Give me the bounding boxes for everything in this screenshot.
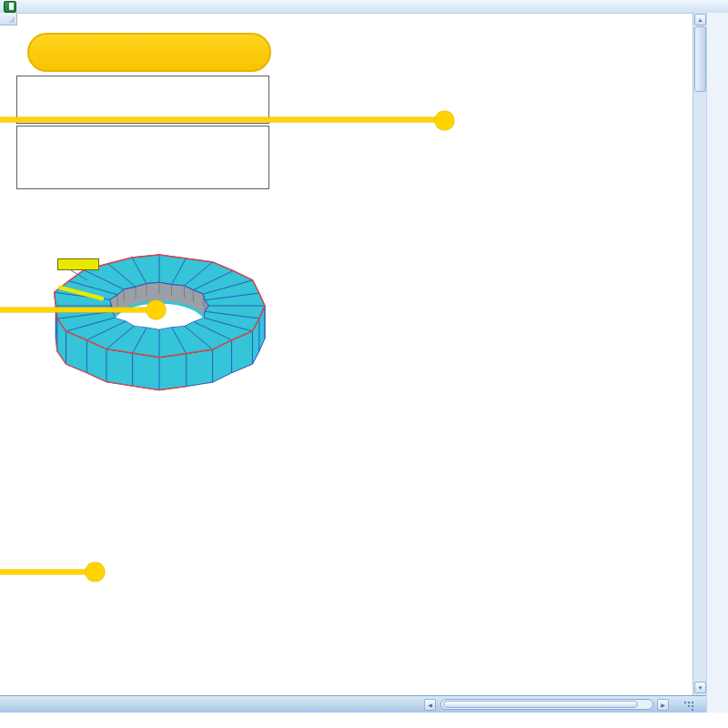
vertical-scroll-thumb[interactable] [694, 26, 706, 92]
scroll-up-button[interactable]: ▲ [694, 14, 706, 25]
resize-grip[interactable] [684, 702, 695, 711]
annotation-ball-2[interactable] [147, 300, 166, 319]
bottom-margin [0, 713, 728, 728]
annotation-arrow-1[interactable] [0, 117, 437, 122]
scroll-down-button[interactable]: ▼ [694, 682, 706, 693]
results-table-wrap [16, 394, 466, 695]
annotation-arrow-3[interactable] [0, 570, 87, 574]
excel-window: ▲ ▼ ◀ ▶ [0, 0, 728, 728]
pos-1-label[interactable] [57, 258, 99, 270]
horizontal-scroll-thumb[interactable] [443, 701, 638, 708]
file-info-box [16, 126, 269, 189]
horizontal-scrollbar[interactable] [440, 699, 653, 710]
vertical-scrollbar[interactable]: ▲ ▼ [693, 13, 706, 695]
easy-laser-logo[interactable] [27, 33, 271, 72]
annotation-ball-3[interactable] [86, 562, 105, 581]
annotation-arrow-2[interactable] [0, 308, 148, 312]
right-margin [706, 13, 728, 713]
torus-chart-svg [27, 228, 328, 400]
polar-flatness-chart[interactable] [341, 80, 642, 380]
excel-document-icon [4, 1, 16, 13]
sheet-tab-bar: ◀ ▶ [0, 695, 706, 713]
annotation-ball-1[interactable] [435, 111, 454, 130]
hscroll-left-button[interactable]: ◀ [424, 699, 436, 711]
title-bar [0, 0, 728, 14]
hscroll-right-button[interactable]: ▶ [657, 699, 669, 711]
select-all-corner[interactable] [0, 13, 17, 25]
flange-3d-chart[interactable] [27, 228, 328, 400]
